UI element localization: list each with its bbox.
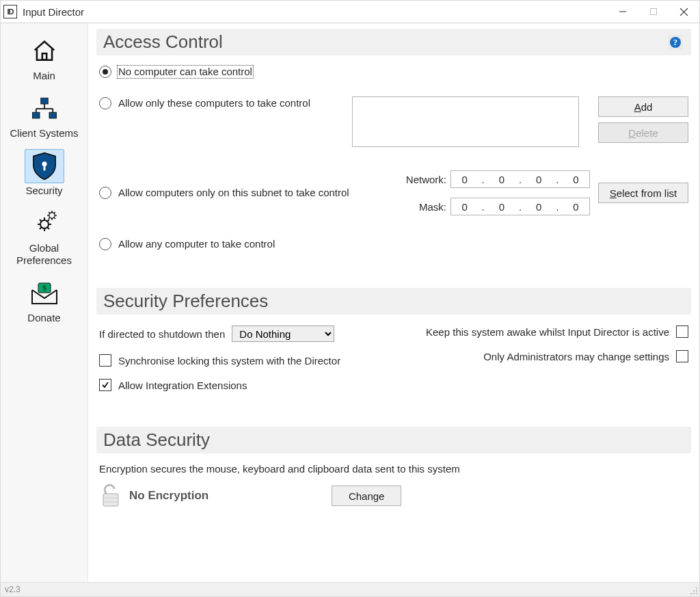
section-header-data-security: Data Security xyxy=(96,427,691,453)
gears-icon xyxy=(31,211,58,237)
checkbox-label: Only Administrators may change settings xyxy=(483,351,669,362)
svg-rect-5 xyxy=(40,98,48,104)
checkbox-label: Synchronise locking this system with the… xyxy=(118,355,340,367)
version-label: v2.3 xyxy=(5,585,21,594)
checkbox-admin-only[interactable] xyxy=(676,350,688,362)
sidebar-item-label: GlobalPreferences xyxy=(1,242,88,267)
sidebar-item-donate[interactable]: $ Donate xyxy=(1,272,88,330)
mask-ip-input[interactable]: 0. 0. 0. 0 xyxy=(450,198,590,215)
svg-rect-36 xyxy=(103,494,118,506)
checkbox-sync-locking[interactable] xyxy=(99,354,111,367)
shutdown-label: If directed to shutdown then xyxy=(99,328,225,340)
shield-icon xyxy=(31,152,58,181)
svg-line-21 xyxy=(47,220,49,222)
button-label-rest: dd xyxy=(641,101,653,113)
ip-octet: 0 xyxy=(459,201,470,213)
network-icon xyxy=(30,96,59,122)
add-button[interactable]: Add xyxy=(598,96,688,117)
select-from-list-button[interactable]: Select from list xyxy=(598,183,688,203)
radio-allow-list[interactable] xyxy=(99,97,111,109)
ip-octet: 0 xyxy=(570,201,581,213)
checkbox-label: Keep this system awake whilst Input Dire… xyxy=(426,326,669,338)
titlebar: ID Input Director xyxy=(1,1,699,23)
ip-octet: 0 xyxy=(533,174,544,185)
svg-line-29 xyxy=(53,217,55,219)
ip-octet: 0 xyxy=(533,201,544,213)
sidebar-item-label: Security xyxy=(1,185,88,197)
app-icon: ID xyxy=(3,5,17,18)
sidebar-item-label: Main xyxy=(1,70,88,82)
data-security-description: Encryption secures the mouse, keyboard a… xyxy=(99,463,688,475)
radio-no-computer[interactable] xyxy=(99,66,111,78)
shutdown-select[interactable]: Do Nothing xyxy=(232,326,334,342)
window-title: Input Director xyxy=(23,6,84,18)
checkbox-label: Allow Integration Extensions xyxy=(118,380,247,391)
window-minimize-button[interactable] xyxy=(607,1,638,22)
button-label: Change xyxy=(349,490,385,502)
help-icon: ? xyxy=(669,36,682,49)
network-label: Network: xyxy=(406,174,446,185)
help-button[interactable]: ? xyxy=(668,35,683,50)
svg-line-20 xyxy=(47,227,49,229)
radio-label: Allow only these computers to take contr… xyxy=(117,96,312,110)
svg-line-22 xyxy=(40,227,42,229)
radio-label: Allow computers only on this subnet to t… xyxy=(117,186,351,200)
sidebar-item-label: Client Systems xyxy=(1,127,88,140)
svg-rect-6 xyxy=(32,112,40,118)
radio-label: Allow any computer to take control xyxy=(117,237,276,251)
sidebar: Main Client Systems xyxy=(1,23,88,582)
section-header-security-prefs: Security Preferences xyxy=(96,288,691,315)
svg-line-28 xyxy=(49,212,50,213)
radio-label: No computer can take control xyxy=(117,65,254,79)
button-label-rest: elete xyxy=(636,127,658,139)
network-ip-input[interactable]: 0. 0. 0. 0 xyxy=(450,170,590,188)
svg-text:$: $ xyxy=(42,284,46,292)
main-panel: Access Control ? No computer can take co… xyxy=(88,23,699,582)
ip-octet: 0 xyxy=(496,201,507,213)
radio-allow-any[interactable] xyxy=(99,238,111,250)
section-title: Data Security xyxy=(103,429,210,451)
ip-octet: 0 xyxy=(496,174,507,185)
minimize-icon xyxy=(619,8,627,16)
allowed-computers-listbox[interactable] xyxy=(352,96,579,147)
window-maximize-button[interactable] xyxy=(638,1,669,22)
delete-button[interactable]: Delete xyxy=(598,122,688,143)
sidebar-item-client-systems[interactable]: Client Systems xyxy=(1,88,88,145)
section-title: Security Preferences xyxy=(103,291,268,312)
sidebar-item-global-preferences[interactable]: GlobalPreferences xyxy=(1,202,88,272)
svg-rect-13 xyxy=(43,165,45,170)
svg-line-30 xyxy=(53,212,55,213)
close-icon xyxy=(679,8,688,16)
svg-line-31 xyxy=(49,217,50,219)
svg-line-19 xyxy=(40,220,42,222)
radio-subnet[interactable] xyxy=(99,187,111,199)
checkbox-allow-extensions[interactable] xyxy=(99,379,111,391)
ip-octet: 0 xyxy=(459,174,470,185)
sidebar-item-security[interactable]: Security xyxy=(1,145,88,202)
change-encryption-button[interactable]: Change xyxy=(332,486,401,506)
window-close-button[interactable] xyxy=(669,1,699,22)
maximize-icon xyxy=(649,8,658,16)
ip-octet: 0 xyxy=(570,174,581,185)
sidebar-item-label: Donate xyxy=(1,312,88,324)
statusbar: v2.3 xyxy=(1,582,699,596)
donate-icon: $ xyxy=(29,280,59,306)
svg-text:?: ? xyxy=(673,37,678,47)
sidebar-item-main[interactable]: Main xyxy=(1,30,88,88)
unlocked-padlock-icon xyxy=(99,483,122,509)
section-title: Access Control xyxy=(103,31,223,53)
mask-label: Mask: xyxy=(419,201,446,213)
resize-grip[interactable] xyxy=(690,587,698,595)
section-header-access-control: Access Control ? xyxy=(96,29,691,55)
svg-rect-4 xyxy=(42,53,46,60)
checkbox-keep-awake[interactable] xyxy=(676,326,688,338)
svg-rect-7 xyxy=(49,112,57,118)
svg-rect-1 xyxy=(650,9,656,15)
home-icon xyxy=(31,38,57,64)
button-label-rest: elect from list xyxy=(617,187,677,199)
encryption-state: No Encryption xyxy=(129,489,208,503)
